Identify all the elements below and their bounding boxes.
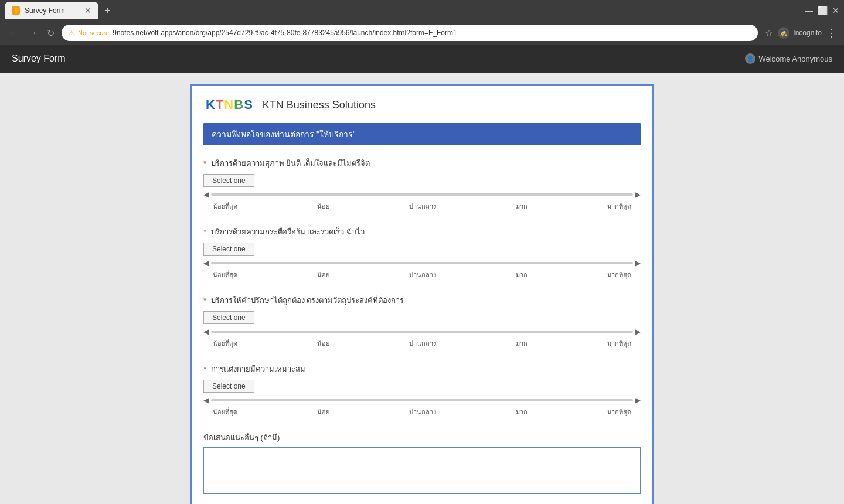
scale-label-1-1: น้อยที่สุด bbox=[213, 201, 237, 212]
company-name: KTN Business Solutions bbox=[263, 99, 376, 111]
select-button-2[interactable]: Select one bbox=[203, 243, 254, 256]
slider-labels-4: น้อยที่สุด น้อย ปานกลาง มาก มากที่สุด bbox=[203, 407, 641, 417]
tab-close-button[interactable]: ✕ bbox=[84, 6, 91, 15]
welcome-user-area: 👤 Welcome Anonymous bbox=[745, 53, 833, 64]
logo-area: KTNBS KTN Business Solutions bbox=[203, 97, 641, 113]
ktnbs-logo: KTNBS bbox=[206, 97, 253, 113]
browser-tab[interactable]: ⚡ Survey Form ✕ bbox=[5, 2, 98, 19]
slider-right-arrow-1[interactable]: ▶ bbox=[635, 190, 641, 199]
scale-label-1-3: ปานกลาง bbox=[409, 201, 436, 212]
question-text-4: การแต่งกายมีความเหมาะสม bbox=[211, 365, 305, 373]
scale-label-1-5: มากที่สุด bbox=[607, 201, 631, 212]
question-label-1: * บริการด้วยความสุภาพ ยินดี เต็มใจและมีไ… bbox=[203, 157, 641, 169]
slider-track-4[interactable] bbox=[211, 399, 633, 401]
slider-labels-2: น้อยที่สุด น้อย ปานกลาง มาก มากที่สุด bbox=[203, 270, 641, 280]
slider-container-1: ◀ ▶ bbox=[203, 190, 641, 199]
scale-label-2-2: น้อย bbox=[317, 270, 329, 280]
required-marker-4: * bbox=[203, 365, 206, 373]
scale-label-3-1: น้อยที่สุด bbox=[213, 338, 237, 349]
scale-label-1-4: มาก bbox=[516, 201, 528, 212]
required-marker-3: * bbox=[203, 296, 206, 305]
select-button-4[interactable]: Select one bbox=[203, 380, 254, 393]
suggestions-textarea[interactable] bbox=[203, 447, 641, 494]
user-avatar-icon: 👤 bbox=[745, 53, 755, 64]
slider-labels-1: น้อยที่สุด น้อย ปานกลาง มาก มากที่สุด bbox=[203, 201, 641, 212]
required-marker-2: * bbox=[203, 227, 206, 236]
slider-container-2: ◀ ▶ bbox=[203, 259, 641, 267]
scale-label-3-3: ปานกลาง bbox=[409, 338, 436, 349]
question-block-4: * การแต่งกายมีความเหมาะสม Select one ◀ ▶… bbox=[203, 363, 641, 417]
slider-container-4: ◀ ▶ bbox=[203, 396, 641, 404]
forward-button[interactable]: → bbox=[26, 26, 40, 39]
tab-bar: ⚡ Survey Form ✕ + — ⬜ ✕ bbox=[0, 0, 844, 21]
main-content: KTNBS KTN Business Solutions ความพึงพอใจ… bbox=[0, 73, 844, 504]
slider-left-arrow-1[interactable]: ◀ bbox=[203, 190, 209, 199]
slider-track-1[interactable] bbox=[211, 193, 633, 196]
slider-track-3[interactable] bbox=[211, 331, 633, 333]
scale-label-2-3: ปานกลาง bbox=[409, 270, 436, 280]
slider-right-arrow-4[interactable]: ▶ bbox=[635, 396, 641, 404]
scale-label-4-2: น้อย bbox=[317, 407, 329, 417]
question-block-3: * บริการให้คำปรึกษาได้ถูกต้อง ตรงตามวัตถ… bbox=[203, 294, 641, 349]
suggestions-label: ข้อเสนอแนะอื่นๆ (ถ้ามี) bbox=[203, 431, 641, 444]
browser-controls: ← → ↻ ⚠ Not secure 9notes.net/volt-apps/… bbox=[0, 21, 844, 45]
logo-letter-s: S bbox=[244, 97, 253, 112]
question-text-3: บริการให้คำปรึกษาได้ถูกต้อง ตรงตามวัตถุป… bbox=[211, 296, 404, 305]
welcome-text: Welcome Anonymous bbox=[759, 55, 833, 63]
required-marker-1: * bbox=[203, 159, 206, 168]
logo-letter-b: B bbox=[234, 97, 244, 112]
incognito-area: 🕵 Incognito bbox=[778, 27, 822, 39]
slider-left-arrow-4[interactable]: ◀ bbox=[203, 396, 209, 404]
scale-label-4-3: ปานกลาง bbox=[409, 407, 436, 417]
suggestions-section: ข้อเสนอแนะอื่นๆ (ถ้ามี) bbox=[203, 431, 641, 496]
bookmark-button[interactable]: ☆ bbox=[765, 28, 773, 39]
close-window-button[interactable]: ✕ bbox=[832, 6, 839, 15]
security-icon: ⚠ bbox=[69, 29, 74, 37]
scale-label-2-5: มากที่สุด bbox=[607, 270, 631, 280]
incognito-label: Incognito bbox=[793, 29, 822, 37]
app-header: Survey Form 👤 Welcome Anonymous bbox=[0, 45, 844, 73]
tab-title: Survey Form bbox=[25, 6, 65, 15]
slider-right-arrow-3[interactable]: ▶ bbox=[635, 328, 641, 336]
scale-label-4-5: มากที่สุด bbox=[607, 407, 631, 417]
section-title: ความพึงพอใจของท่านต่อการ "ให้บริการ" bbox=[212, 130, 356, 139]
question-text-2: บริการด้วยความกระตือรือร้น และรวดเร็ว ฉั… bbox=[211, 227, 365, 236]
scale-label-3-5: มากที่สุด bbox=[607, 338, 631, 349]
question-label-3: * บริการให้คำปรึกษาได้ถูกต้อง ตรงตามวัตถ… bbox=[203, 294, 641, 307]
scale-label-2-1: น้อยที่สุด bbox=[213, 270, 237, 280]
app-title: Survey Form bbox=[12, 53, 66, 64]
select-button-1[interactable]: Select one bbox=[203, 174, 254, 187]
question-label-2: * บริการด้วยความกระตือรือร้น และรวดเร็ว … bbox=[203, 226, 641, 238]
slider-left-arrow-3[interactable]: ◀ bbox=[203, 328, 209, 336]
section-header: ความพึงพอใจของท่านต่อการ "ให้บริการ" bbox=[203, 123, 641, 145]
scale-label-1-2: น้อย bbox=[317, 201, 329, 212]
minimize-button[interactable]: — bbox=[805, 6, 813, 15]
back-button[interactable]: ← bbox=[7, 26, 21, 39]
new-tab-button[interactable]: + bbox=[101, 5, 114, 17]
logo-letter-n: N bbox=[224, 97, 234, 112]
slider-left-arrow-2[interactable]: ◀ bbox=[203, 259, 209, 267]
browser-chrome: ⚡ Survey Form ✕ + — ⬜ ✕ ← → ↻ ⚠ Not secu… bbox=[0, 0, 844, 504]
url-display: 9notes.net/volt-apps/anon/org/app/2547d7… bbox=[113, 29, 457, 37]
browser-menu-button[interactable]: ⋮ bbox=[826, 26, 837, 39]
select-button-3[interactable]: Select one bbox=[203, 311, 254, 324]
scale-label-3-4: มาก bbox=[516, 338, 528, 349]
window-controls: — ⬜ ✕ bbox=[805, 6, 839, 15]
question-block-1: * บริการด้วยความสุภาพ ยินดี เต็มใจและมีไ… bbox=[203, 157, 641, 212]
slider-labels-3: น้อยที่สุด น้อย ปานกลาง มาก มากที่สุด bbox=[203, 338, 641, 349]
slider-track-2[interactable] bbox=[211, 262, 633, 264]
maximize-button[interactable]: ⬜ bbox=[818, 6, 828, 15]
scale-label-4-4: มาก bbox=[516, 407, 528, 417]
question-block-2: * บริการด้วยความกระตือรือร้น และรวดเร็ว … bbox=[203, 226, 641, 280]
incognito-icon: 🕵 bbox=[778, 27, 789, 39]
question-label-4: * การแต่งกายมีความเหมาะสม bbox=[203, 363, 641, 375]
address-bar[interactable]: ⚠ Not secure 9notes.net/volt-apps/anon/o… bbox=[62, 25, 758, 41]
scale-label-2-4: มาก bbox=[516, 270, 528, 280]
security-label: Not secure bbox=[78, 29, 109, 36]
refresh-button[interactable]: ↻ bbox=[45, 26, 57, 40]
tab-favicon: ⚡ bbox=[12, 6, 20, 15]
slider-right-arrow-2[interactable]: ▶ bbox=[635, 259, 641, 267]
question-text-1: บริการด้วยความสุภาพ ยินดี เต็มใจและมีไมต… bbox=[211, 159, 370, 168]
scale-label-3-2: น้อย bbox=[317, 338, 329, 349]
slider-container-3: ◀ ▶ bbox=[203, 328, 641, 336]
